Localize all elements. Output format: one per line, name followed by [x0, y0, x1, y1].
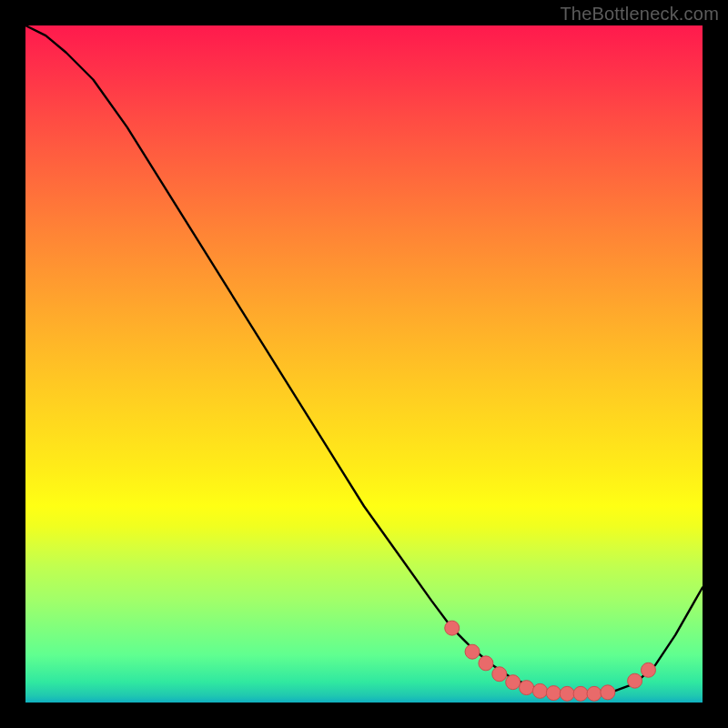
marker-point — [628, 673, 642, 688]
marker-point — [560, 686, 574, 701]
plot-area — [25, 25, 703, 703]
marker-point — [601, 685, 615, 700]
marker-point — [445, 621, 460, 635]
marker-point — [546, 686, 561, 701]
marker-point — [641, 662, 655, 677]
marker-point — [506, 675, 521, 690]
marker-point — [479, 656, 493, 671]
marker-point — [465, 644, 480, 659]
marker-point — [573, 686, 588, 701]
bottleneck-curve — [25, 25, 703, 693]
marker-point — [587, 686, 602, 701]
marker-group — [445, 621, 656, 701]
marker-point — [520, 681, 534, 695]
chart-frame: TheBottleneck.com — [0, 0, 728, 728]
marker-point — [532, 683, 547, 698]
marker-point — [492, 667, 507, 682]
watermark-text: TheBottleneck.com — [560, 4, 719, 25]
curve-svg — [25, 25, 703, 703]
